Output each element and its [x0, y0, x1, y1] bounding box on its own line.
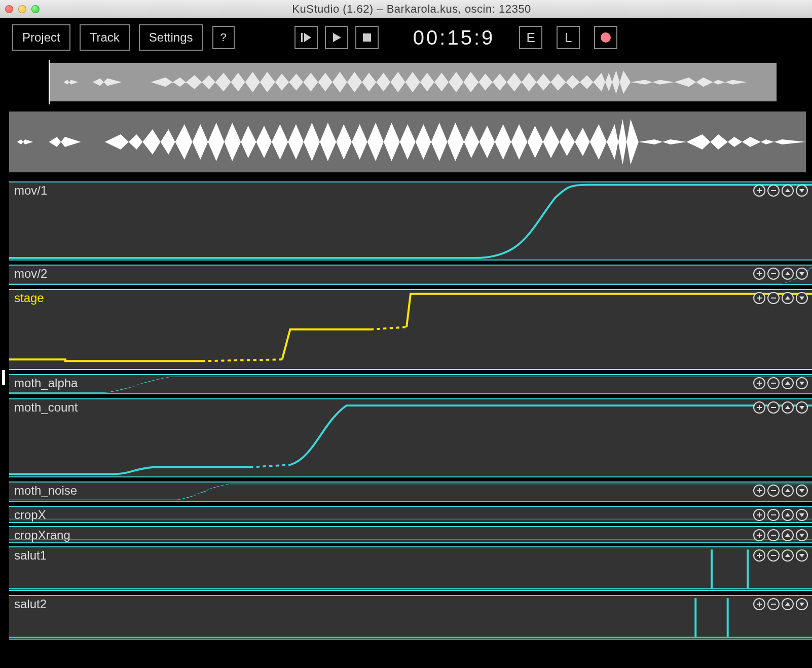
track-label: moth_count [14, 400, 78, 415]
plus-icon [756, 512, 762, 518]
track-mov-2[interactable]: mov/2 [9, 265, 812, 285]
track-down-button[interactable] [796, 509, 808, 521]
track-plus-button[interactable] [753, 377, 765, 389]
track-label: stage [14, 291, 44, 305]
track-down-button[interactable] [796, 598, 808, 610]
track-plus-button[interactable] [753, 292, 765, 304]
play-button[interactable] [325, 26, 348, 49]
track-up-button[interactable] [782, 377, 794, 389]
detail-waveform[interactable] [9, 112, 806, 172]
track-cropXrang[interactable]: cropXrang [9, 526, 812, 542]
track-plus-button[interactable] [753, 549, 765, 562]
down-icon [799, 188, 805, 194]
svg-marker-17 [799, 513, 804, 517]
track-minus-button[interactable] [767, 292, 780, 304]
track-down-button[interactable] [796, 549, 808, 562]
track-salut1[interactable]: salut1 [9, 546, 812, 591]
settings-button[interactable]: Settings [139, 24, 203, 51]
track-plus-button[interactable] [753, 529, 765, 541]
track-body[interactable]: salut1 [9, 546, 812, 591]
track-plus-button[interactable] [753, 401, 765, 414]
track-moth-alpha[interactable]: moth_alpha [9, 374, 812, 394]
svg-marker-26 [785, 602, 790, 606]
track-plus-button[interactable] [753, 509, 765, 521]
track-up-button[interactable] [782, 598, 794, 610]
track-minus-button[interactable] [767, 401, 780, 414]
track-body[interactable]: stage [9, 289, 812, 370]
overview-wave-icon [49, 63, 776, 101]
minus-icon [770, 512, 777, 518]
track-body[interactable]: moth_alpha [9, 374, 812, 394]
track-up-button[interactable] [782, 401, 794, 414]
track-body[interactable]: mov/1 [9, 181, 812, 261]
track-minus-button[interactable] [767, 377, 780, 389]
track-down-button[interactable] [796, 184, 808, 197]
track-down-button[interactable] [796, 485, 808, 497]
play-from-start-button[interactable] [294, 26, 318, 49]
track-curve [9, 375, 812, 393]
track-minus-button[interactable] [767, 509, 780, 521]
help-button[interactable]: ? [212, 26, 235, 49]
track-minus-button[interactable] [767, 598, 780, 610]
track-plus-button[interactable] [753, 268, 765, 280]
up-icon [785, 404, 791, 411]
track-up-button[interactable] [782, 485, 794, 497]
track-minus-button[interactable] [767, 268, 780, 280]
toggle-l[interactable]: L [557, 26, 580, 49]
minus-icon [770, 271, 777, 277]
track-minus-button[interactable] [767, 529, 780, 541]
overview-cursor[interactable] [49, 60, 50, 104]
track-stage[interactable]: stage [9, 289, 812, 370]
track-down-button[interactable] [796, 377, 808, 389]
minus-icon [770, 380, 777, 386]
track-down-button[interactable] [796, 401, 808, 414]
track-up-button[interactable] [782, 549, 794, 562]
zoom-icon[interactable] [31, 5, 40, 13]
overview-waveform[interactable] [6, 60, 806, 104]
track-down-button[interactable] [796, 292, 808, 304]
track-cropX[interactable]: cropX [9, 506, 812, 522]
track-mov-1[interactable]: mov/1 [9, 181, 812, 261]
track-controls [753, 549, 808, 562]
track-body[interactable]: moth_noise [9, 481, 812, 502]
track-up-button[interactable] [782, 509, 794, 521]
plus-icon [756, 532, 762, 538]
track-button[interactable]: Track [80, 24, 130, 51]
track-minus-button[interactable] [767, 549, 780, 562]
track-plus-button[interactable] [753, 184, 765, 197]
track-up-button[interactable] [782, 268, 794, 280]
plus-icon [756, 488, 762, 494]
track-salut2[interactable]: salut2 [9, 595, 812, 640]
track-label: salut2 [14, 597, 47, 611]
track-minus-button[interactable] [767, 184, 780, 197]
minimize-icon[interactable] [18, 5, 26, 13]
track-up-button[interactable] [782, 184, 794, 197]
track-body[interactable]: cropX [9, 506, 812, 523]
svg-marker-12 [785, 405, 790, 409]
track-up-button[interactable] [782, 292, 794, 304]
track-moth-count[interactable]: moth_count [9, 398, 812, 477]
track-plus-button[interactable] [753, 598, 765, 610]
track-body[interactable]: salut2 [9, 595, 812, 640]
track-down-button[interactable] [796, 529, 808, 541]
plus-icon [756, 188, 762, 194]
track-up-button[interactable] [782, 529, 794, 541]
record-button[interactable] [594, 26, 617, 49]
svg-rect-0 [301, 33, 303, 42]
track-plus-button[interactable] [753, 485, 765, 497]
track-minus-button[interactable] [767, 485, 780, 497]
project-button[interactable]: Project [12, 24, 70, 51]
track-curve [9, 527, 812, 542]
overview-selection[interactable] [49, 63, 777, 101]
track-down-button[interactable] [796, 268, 808, 280]
track-label: mov/1 [14, 183, 47, 198]
close-icon[interactable] [5, 5, 13, 13]
track-body[interactable]: cropXrang [9, 526, 812, 543]
down-icon [799, 552, 805, 559]
stop-button[interactable] [355, 26, 379, 49]
toggle-e[interactable]: E [519, 26, 542, 49]
track-moth-noise[interactable]: moth_noise [9, 481, 812, 502]
play-from-start-icon [300, 31, 312, 44]
track-body[interactable]: moth_count [9, 398, 812, 477]
track-body[interactable]: mov/2 [9, 265, 812, 285]
